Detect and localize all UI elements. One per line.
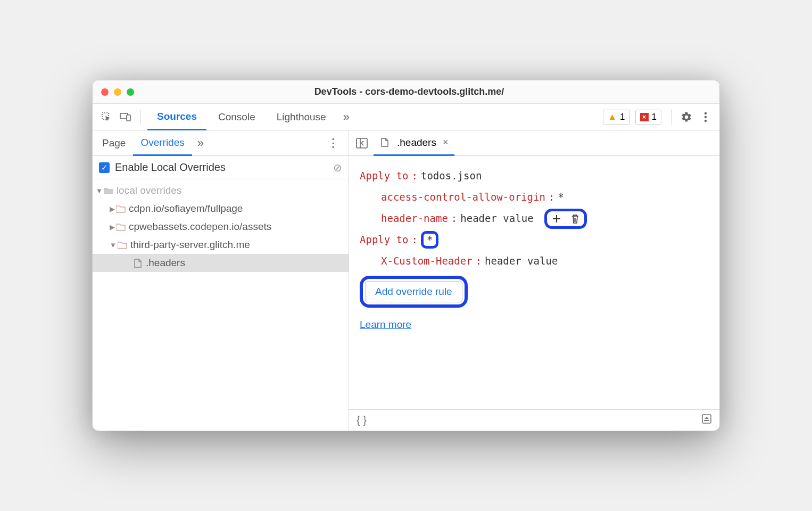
editor-tab-label: .headers [397, 137, 436, 149]
header-value[interactable]: * [558, 187, 564, 208]
chevron-down-icon: ▼ [110, 241, 117, 249]
window-title: DevTools - cors-demo-devtools.glitch.me/ [134, 86, 684, 97]
chevron-right-icon: ▶ [110, 223, 115, 231]
add-override-rule-button[interactable]: Add override rule [365, 281, 462, 302]
delete-header-icon[interactable] [570, 213, 580, 224]
toggle-navigator-icon[interactable] [352, 138, 371, 149]
learn-more-link[interactable]: Learn more [360, 314, 411, 335]
warning-count: 1 [620, 112, 625, 122]
clear-config-icon[interactable]: ⊘ [333, 161, 342, 174]
devtools-window: DevTools - cors-demo-devtools.glitch.me/… [92, 80, 720, 431]
errors-badge[interactable]: × 1 [635, 110, 661, 125]
editor-tabs: .headers × [349, 130, 719, 156]
tab-overrides[interactable]: Overrides [133, 130, 192, 156]
header-value[interactable]: header value [460, 208, 533, 229]
add-header-icon[interactable] [551, 213, 562, 224]
apply-to-row: Apply to: * [360, 229, 709, 251]
separator [671, 110, 672, 125]
tree-folder[interactable]: ▼ third-party-server.glitch.me [93, 236, 349, 254]
tab-sources[interactable]: Sources [147, 104, 206, 130]
file-icon [381, 138, 388, 147]
editor-pane: .headers × Apply to: todos.json access-c… [349, 130, 719, 431]
svg-rect-2 [127, 115, 130, 121]
header-key[interactable]: X-Custom-Header [381, 251, 473, 272]
sidebar-tabs: Page Overrides » ⋮ [93, 130, 349, 156]
folder-icon [116, 205, 126, 213]
header-key[interactable]: access-control-allow-origin [381, 187, 545, 208]
svg-point-5 [705, 119, 707, 121]
tree-root[interactable]: ▼ local overrides [93, 182, 349, 200]
tab-page[interactable]: Page [95, 130, 133, 156]
close-tab-icon[interactable]: × [443, 137, 449, 148]
editor-statusbar: { } [349, 409, 719, 431]
main-toolbar: Sources Console Lighthouse » ▲ 1 × 1 [93, 104, 719, 130]
inspect-icon[interactable] [98, 109, 115, 126]
add-rule-highlight: Add override rule [360, 276, 468, 308]
file-icon [134, 259, 142, 268]
body: Page Overrides » ⋮ ✓ Enable Local Overri… [93, 130, 719, 431]
chevron-right-icon: ▶ [110, 205, 115, 213]
tree-file-headers[interactable]: .headers [93, 254, 349, 272]
folder-icon [116, 223, 126, 231]
folder-icon [104, 187, 113, 195]
apply-to-value[interactable]: * [427, 234, 433, 245]
tree-folder-label: third-party-server.glitch.me [130, 239, 250, 251]
pretty-print-icon[interactable]: { } [357, 414, 367, 426]
header-row: access-control-allow-origin: * [360, 187, 709, 208]
svg-point-4 [705, 116, 707, 118]
tree-folder[interactable]: ▶ cpwebassets.codepen.io/assets [93, 218, 349, 236]
apply-to-label: Apply to [360, 166, 409, 187]
separator [140, 110, 141, 125]
tab-lighthouse[interactable]: Lighthouse [267, 104, 336, 130]
header-row: header-name: header value [360, 208, 709, 229]
close-window-button[interactable] [101, 88, 109, 96]
minimize-window-button[interactable] [114, 88, 121, 96]
overrides-tree: ▼ local overrides ▶ cdpn.io/sofiayem/ful… [93, 179, 349, 274]
error-count: 1 [652, 112, 657, 122]
kebab-menu-icon[interactable] [697, 109, 714, 126]
editor-file-tab[interactable]: .headers × [374, 130, 454, 156]
apply-to-row: Apply to: todos.json [360, 166, 709, 187]
sidebar-kebab-icon[interactable]: ⋮ [320, 136, 346, 150]
headers-editor: Apply to: todos.json access-control-allo… [349, 156, 719, 409]
tree-folder-label: cdpn.io/sofiayem/fullpage [129, 203, 243, 215]
apply-to-value[interactable]: todos.json [421, 166, 482, 187]
device-toggle-icon[interactable] [117, 109, 134, 126]
wildcard-highlight: * [421, 231, 438, 249]
folder-icon [118, 241, 127, 249]
chevron-down-icon: ▼ [96, 187, 103, 195]
tree-folder-label: cpwebassets.codepen.io/assets [129, 221, 271, 233]
header-row: X-Custom-Header: header value [360, 251, 709, 272]
gear-icon[interactable] [678, 109, 695, 126]
header-key[interactable]: header-name [381, 208, 448, 229]
header-actions-highlight [544, 209, 587, 229]
sources-sidebar: Page Overrides » ⋮ ✓ Enable Local Overri… [93, 130, 349, 431]
error-icon: × [640, 113, 649, 121]
more-tabs-icon[interactable]: » [338, 110, 355, 124]
tree-root-label: local overrides [117, 185, 182, 196]
title-bar: DevTools - cors-demo-devtools.glitch.me/ [93, 80, 719, 104]
enable-overrides-label: Enable Local Overrides [115, 161, 226, 174]
enable-overrides-checkbox[interactable]: ✓ [99, 162, 110, 173]
enable-overrides-row: ✓ Enable Local Overrides ⊘ [93, 156, 349, 179]
tree-file-label: .headers [146, 257, 185, 269]
apply-to-label: Apply to [360, 229, 409, 251]
maximize-window-button[interactable] [127, 88, 134, 96]
warnings-badge[interactable]: ▲ 1 [603, 110, 629, 125]
header-value[interactable]: header value [485, 251, 558, 272]
eject-icon[interactable] [701, 414, 712, 426]
tab-console[interactable]: Console [209, 104, 265, 130]
svg-point-3 [705, 112, 707, 114]
more-sidebar-tabs-icon[interactable]: » [192, 136, 209, 150]
traffic-lights [101, 88, 134, 96]
tree-folder[interactable]: ▶ cdpn.io/sofiayem/fullpage [93, 200, 349, 218]
warning-icon: ▲ [608, 112, 617, 122]
